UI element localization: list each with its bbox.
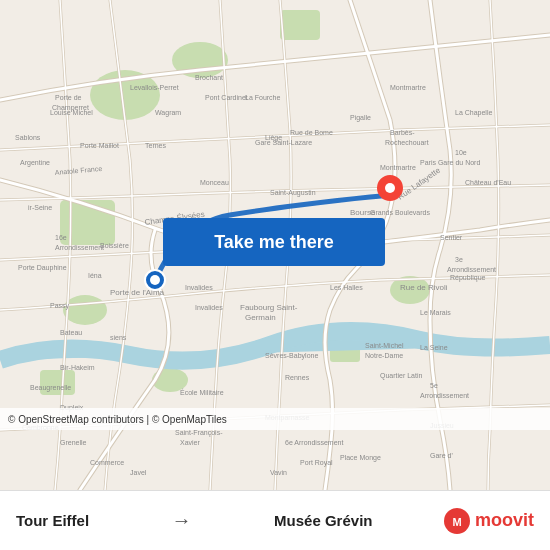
svg-text:Vavin: Vavin [270, 469, 287, 476]
svg-text:Passy: Passy [50, 302, 70, 310]
svg-text:Boissière: Boissière [100, 242, 129, 249]
svg-text:Beaugrenelle: Beaugrenelle [30, 384, 71, 392]
svg-point-5 [63, 295, 107, 325]
svg-text:10e: 10e [455, 149, 467, 156]
svg-text:Gare d': Gare d' [430, 452, 453, 459]
svg-text:Château d'Eau: Château d'Eau [465, 179, 511, 186]
svg-text:Notre-Dame: Notre-Dame [365, 352, 403, 359]
svg-text:Champerret: Champerret [52, 104, 89, 112]
svg-text:École Militaire: École Militaire [180, 388, 224, 396]
svg-text:Paris Gare du Nord: Paris Gare du Nord [420, 159, 480, 166]
svg-text:3e: 3e [455, 256, 463, 263]
svg-text:Place Monge: Place Monge [340, 454, 381, 462]
svg-text:Sablons: Sablons [15, 134, 41, 141]
svg-text:Brochant: Brochant [195, 74, 223, 81]
svg-text:Germain: Germain [245, 313, 276, 322]
svg-text:Gare Saint-Lazare: Gare Saint-Lazare [255, 139, 312, 146]
svg-text:Saint-Michel: Saint-Michel [365, 342, 404, 349]
svg-text:Bourse: Bourse [350, 208, 376, 217]
moovit-logo: M moovit [443, 507, 534, 535]
svg-text:Javel: Javel [130, 469, 147, 476]
svg-text:siens: siens [110, 334, 127, 341]
svg-point-93 [150, 275, 160, 285]
svg-text:Les Halles: Les Halles [330, 284, 363, 291]
attribution-text: © OpenStreetMap contributors | © OpenMap… [8, 414, 227, 425]
svg-text:Barbès-: Barbès- [390, 129, 415, 136]
svg-text:Xavier: Xavier [180, 439, 201, 446]
svg-text:République: République [450, 274, 486, 282]
svg-text:Sèvres-Babylone: Sèvres-Babylone [265, 352, 318, 360]
svg-text:Porte Maillot: Porte Maillot [80, 142, 119, 149]
svg-text:Porte Dauphine: Porte Dauphine [18, 264, 67, 272]
svg-text:Faubourg Saint-: Faubourg Saint- [240, 303, 298, 312]
svg-text:La Fourche: La Fourche [245, 94, 281, 101]
svg-text:Pigalle: Pigalle [350, 114, 371, 122]
svg-text:Arrondissement: Arrondissement [447, 266, 496, 273]
svg-text:Pont Cardinet: Pont Cardinet [205, 94, 248, 101]
svg-text:5e: 5e [430, 382, 438, 389]
svg-text:Rennes: Rennes [285, 374, 310, 381]
svg-text:Saint-Augustin: Saint-Augustin [270, 189, 316, 197]
svg-text:Argentine: Argentine [20, 159, 50, 167]
svg-text:Montmartre: Montmartre [390, 84, 426, 91]
svg-text:Porte de: Porte de [55, 94, 82, 101]
take-me-there-button[interactable]: Take me there [163, 218, 385, 266]
map-attribution: © OpenStreetMap contributors | © OpenMap… [0, 408, 550, 430]
svg-text:Invalides: Invalides [195, 304, 223, 311]
svg-text:Rue de Rivoli: Rue de Rivoli [400, 283, 448, 292]
svg-text:Ternes: Ternes [145, 142, 167, 149]
svg-text:M: M [452, 516, 461, 528]
svg-text:Grands Boulevards: Grands Boulevards [370, 209, 430, 216]
svg-text:Invalides: Invalides [185, 284, 213, 291]
svg-text:16e: 16e [55, 234, 67, 241]
svg-text:ir-Seine: ir-Seine [28, 204, 52, 211]
svg-text:Liège: Liège [265, 134, 282, 142]
from-location: Tour Eiffel [16, 512, 89, 529]
svg-text:Arrondissement: Arrondissement [420, 392, 469, 399]
svg-text:Monceau: Monceau [200, 179, 229, 186]
svg-rect-6 [40, 370, 75, 395]
svg-text:6e Arrondissement: 6e Arrondissement [285, 439, 343, 446]
svg-text:Quartier Latin: Quartier Latin [380, 372, 423, 380]
svg-text:Rochechouart: Rochechouart [385, 139, 429, 146]
svg-text:Wagram: Wagram [155, 109, 181, 117]
svg-text:Levallois-Perret: Levallois-Perret [130, 84, 179, 91]
bottom-bar: Tour Eiffel → Musée Grévin M moovit [0, 490, 550, 550]
svg-text:Commerce: Commerce [90, 459, 124, 466]
svg-text:Bir-Hakeim: Bir-Hakeim [60, 364, 95, 371]
svg-text:Bateau: Bateau [60, 329, 82, 336]
arrow-icon: → [172, 509, 192, 532]
svg-rect-4 [280, 10, 320, 40]
svg-text:Arrondissement: Arrondissement [55, 244, 104, 251]
to-location: Musée Grévin [274, 512, 372, 529]
moovit-icon: M [443, 507, 471, 535]
svg-text:La Chapelle: La Chapelle [455, 109, 492, 117]
svg-text:Le Marais: Le Marais [420, 309, 451, 316]
svg-text:Sentier: Sentier [440, 234, 463, 241]
svg-text:Grenelle: Grenelle [60, 439, 87, 446]
map-container: Champs-Élysées Anatole France Gare Saint… [0, 0, 550, 490]
svg-text:Montmartre: Montmartre [380, 164, 416, 171]
svg-text:Rue de Bome: Rue de Bome [290, 129, 333, 136]
svg-point-94 [385, 183, 395, 193]
svg-text:Port Royal: Port Royal [300, 459, 333, 467]
svg-text:Saint-François-: Saint-François- [175, 429, 223, 437]
svg-text:La Seine: La Seine [420, 344, 448, 351]
moovit-brand: moovit [475, 510, 534, 531]
svg-text:Iéna: Iéna [88, 272, 102, 279]
